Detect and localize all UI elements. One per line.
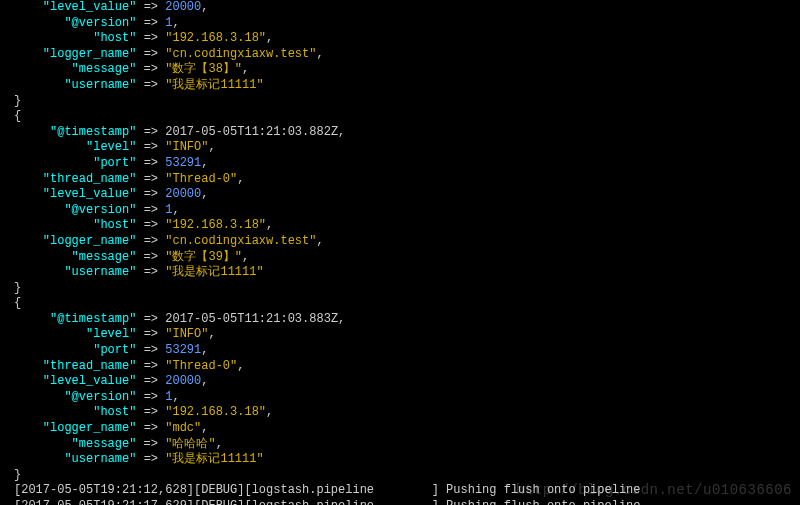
- kv-row: "port" => 53291,: [14, 156, 800, 172]
- json-value: "INFO": [165, 327, 208, 341]
- kv-row: "level" => "INFO",: [14, 327, 800, 343]
- json-value: "cn.codingxiaxw.test": [165, 234, 316, 248]
- json-value: 53291: [165, 156, 201, 170]
- json-key: "message": [72, 250, 137, 264]
- kv-row: "host" => "192.168.3.18",: [14, 405, 800, 421]
- kv-row: "host" => "192.168.3.18",: [14, 31, 800, 47]
- json-key: "port": [93, 343, 136, 357]
- json-key: "logger_name": [43, 421, 137, 435]
- kv-row: "thread_name" => "Thread-0",: [14, 172, 800, 188]
- kv-row: "@timestamp" => 2017-05-05T11:21:03.882Z…: [14, 125, 800, 141]
- json-value: "Thread-0": [165, 359, 237, 373]
- json-key: "@timestamp": [50, 125, 136, 139]
- json-key: "@timestamp": [50, 312, 136, 326]
- json-value: 20000: [165, 187, 201, 201]
- json-value: "我是标记11111": [165, 452, 263, 466]
- kv-row: "@version" => 1,: [14, 16, 800, 32]
- json-value: 2017-05-05T11:21:03.882Z: [165, 125, 338, 139]
- json-value: "数字【38】": [165, 62, 242, 76]
- brace-close: }: [14, 468, 800, 484]
- kv-row: "@timestamp" => 2017-05-05T11:21:03.883Z…: [14, 312, 800, 328]
- json-value: "哈哈哈": [165, 437, 215, 451]
- kv-row: "@version" => 1,: [14, 390, 800, 406]
- json-value: "192.168.3.18": [165, 31, 266, 45]
- json-key: "thread_name": [43, 172, 137, 186]
- json-key: "username": [64, 265, 136, 279]
- json-key: "level_value": [43, 374, 137, 388]
- json-value: "192.168.3.18": [165, 218, 266, 232]
- json-value: "192.168.3.18": [165, 405, 266, 419]
- json-key: "level": [86, 140, 136, 154]
- json-key: "username": [64, 452, 136, 466]
- json-value: "数字【39】": [165, 250, 242, 264]
- json-key: "thread_name": [43, 359, 137, 373]
- brace-open: {: [14, 109, 800, 125]
- kv-row: "@version" => 1,: [14, 203, 800, 219]
- json-key: "port": [93, 156, 136, 170]
- json-key: "message": [72, 437, 137, 451]
- kv-row: "message" => "数字【39】",: [14, 250, 800, 266]
- kv-row: "port" => 53291,: [14, 343, 800, 359]
- brace-open: {: [14, 296, 800, 312]
- kv-row: "username" => "我是标记11111": [14, 78, 800, 94]
- json-key: "host": [93, 405, 136, 419]
- kv-row: "username" => "我是标记11111": [14, 265, 800, 281]
- json-key: "username": [64, 78, 136, 92]
- kv-row: "logger_name" => "mdc",: [14, 421, 800, 437]
- json-value: 53291: [165, 343, 201, 357]
- brace-close: }: [14, 94, 800, 110]
- json-key: "host": [93, 31, 136, 45]
- json-key: "logger_name": [43, 47, 137, 61]
- kv-row: "message" => "哈哈哈",: [14, 437, 800, 453]
- json-value: "我是标记11111": [165, 78, 263, 92]
- json-key: "@version": [64, 203, 136, 217]
- json-key: "@version": [64, 390, 136, 404]
- kv-row: "message" => "数字【38】",: [14, 62, 800, 78]
- json-key: "level": [86, 327, 136, 341]
- json-key: "level_value": [43, 187, 137, 201]
- json-value: 2017-05-05T11:21:03.883Z: [165, 312, 338, 326]
- kv-row: "level_value" => 20000,: [14, 0, 800, 16]
- kv-row: "level_value" => 20000,: [14, 374, 800, 390]
- json-value: "INFO": [165, 140, 208, 154]
- json-key: "message": [72, 62, 137, 76]
- json-value: "Thread-0": [165, 172, 237, 186]
- json-value: "mdc": [165, 421, 201, 435]
- json-key: "@version": [64, 16, 136, 30]
- log-line: [2017-05-05T19:21:12,628][DEBUG][logstas…: [14, 483, 800, 499]
- json-value: 20000: [165, 0, 201, 14]
- json-value: "cn.codingxiaxw.test": [165, 47, 316, 61]
- kv-row: "username" => "我是标记11111": [14, 452, 800, 468]
- kv-row: "logger_name" => "cn.codingxiaxw.test",: [14, 47, 800, 63]
- json-key: "level_value": [43, 0, 137, 14]
- kv-row: "level" => "INFO",: [14, 140, 800, 156]
- kv-row: "level_value" => 20000,: [14, 187, 800, 203]
- kv-row: "logger_name" => "cn.codingxiaxw.test",: [14, 234, 800, 250]
- terminal-output: "level_value" => 20000, "@version" => 1,…: [14, 0, 800, 505]
- json-value: 20000: [165, 374, 201, 388]
- json-key: "logger_name": [43, 234, 137, 248]
- log-line: [2017-05-05T19:21:17,629][DEBUG][logstas…: [14, 499, 800, 505]
- kv-row: "thread_name" => "Thread-0",: [14, 359, 800, 375]
- kv-row: "host" => "192.168.3.18",: [14, 218, 800, 234]
- json-value: "我是标记11111": [165, 265, 263, 279]
- json-key: "host": [93, 218, 136, 232]
- brace-close: }: [14, 281, 800, 297]
